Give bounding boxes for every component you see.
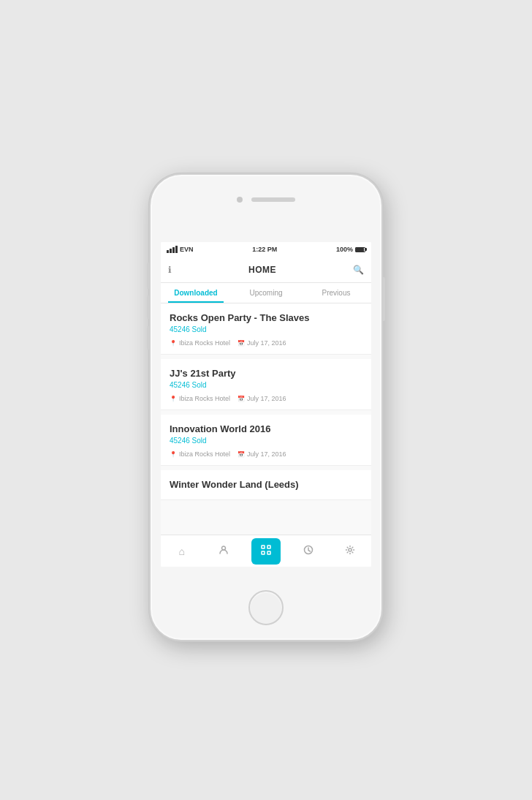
phone-mockup: EVN 1:22 PM 100% ℹ HOME 🔍: [149, 173, 383, 641]
tab-previous[interactable]: Previous: [301, 283, 371, 303]
svg-rect-3: [262, 551, 265, 554]
home-icon: ⌂: [179, 546, 185, 557]
venue-item-1: 📍 Ibiza Rocks Hotel: [170, 395, 230, 402]
event-sold-0: 45246 Sold: [170, 325, 362, 333]
calendar-icon-2: 📅: [238, 451, 245, 458]
event-sold-1: 45246 Sold: [170, 381, 362, 389]
event-title-2: Innovation World 2016: [170, 423, 362, 434]
tab-upcoming[interactable]: Upcoming: [231, 283, 301, 303]
volume-down-button: [147, 326, 150, 350]
search-icon[interactable]: 🔍: [353, 265, 364, 275]
nav-history[interactable]: [294, 538, 323, 565]
event-card-2[interactable]: Innovation World 2016 45246 Sold 📍 Ibiza…: [161, 415, 371, 466]
status-carrier: EVN: [167, 246, 194, 253]
info-icon[interactable]: ℹ: [168, 265, 172, 275]
date-item-2: 📅 July 17, 2016: [238, 450, 286, 458]
calendar-icon-1: 📅: [238, 396, 245, 402]
date-item-1: 📅 July 17, 2016: [238, 395, 286, 402]
status-bar: EVN 1:22 PM 100%: [161, 242, 371, 257]
event-sold-2: 45246 Sold: [170, 437, 362, 445]
svg-rect-1: [262, 546, 265, 548]
nav-home[interactable]: ⌂: [167, 538, 197, 565]
phone-top: [237, 197, 295, 203]
tab-downloaded[interactable]: Downloaded: [161, 283, 231, 303]
event-card-3[interactable]: Winter Wonder Land (Leeds): [161, 470, 371, 500]
event-title-1: JJ's 21st Party: [170, 368, 362, 379]
status-battery: 100%: [336, 246, 365, 253]
svg-point-6: [349, 548, 352, 551]
location-icon-1: 📍: [170, 396, 177, 402]
power-button: [382, 277, 385, 321]
events-list: Rocks Open Party - The Slaves 45246 Sold…: [161, 303, 371, 535]
calendar-icon-0: 📅: [238, 340, 245, 347]
phone-screen: EVN 1:22 PM 100% ℹ HOME 🔍: [161, 242, 371, 567]
phone-shell: EVN 1:22 PM 100% ℹ HOME 🔍: [149, 173, 383, 641]
settings-icon: [345, 545, 355, 557]
nav-settings[interactable]: [335, 538, 365, 565]
svg-rect-4: [267, 551, 270, 554]
clock-icon: [303, 545, 314, 557]
volume-up-button: [147, 295, 150, 319]
location-icon-0: 📍: [170, 340, 177, 347]
home-button[interactable]: [248, 590, 284, 625]
status-time: 1:22 PM: [252, 246, 277, 253]
profile-icon: [218, 545, 229, 557]
nav-bar: ℹ HOME 🔍: [161, 257, 371, 283]
venue-item-0: 📍 Ibiza Rocks Hotel: [170, 339, 230, 347]
event-meta-1: 📍 Ibiza Rocks Hotel 📅 July 17, 2016: [170, 395, 362, 402]
camera-dot: [237, 197, 243, 203]
event-meta-2: 📍 Ibiza Rocks Hotel 📅 July 17, 2016: [170, 450, 362, 458]
page-title: HOME: [248, 265, 276, 275]
date-item-0: 📅 July 17, 2016: [238, 339, 286, 347]
event-card-0[interactable]: Rocks Open Party - The Slaves 45246 Sold…: [161, 303, 371, 355]
speaker-slot: [251, 197, 295, 202]
nav-profile[interactable]: [209, 538, 238, 565]
bottom-nav: ⌂: [161, 535, 371, 567]
event-title-0: Rocks Open Party - The Slaves: [170, 312, 362, 323]
event-title-3: Winter Wonder Land (Leeds): [170, 479, 362, 490]
scan-icon: [261, 545, 271, 557]
venue-item-2: 📍 Ibiza Rocks Hotel: [170, 450, 230, 458]
nav-scan[interactable]: [251, 538, 281, 565]
event-card-1[interactable]: JJ's 21st Party 45246 Sold 📍 Ibiza Rocks…: [161, 359, 371, 410]
location-icon-2: 📍: [170, 451, 177, 458]
event-meta-0: 📍 Ibiza Rocks Hotel 📅 July 17, 2016: [170, 339, 362, 347]
tabs-bar: Downloaded Upcoming Previous: [161, 283, 371, 303]
svg-rect-2: [267, 546, 270, 548]
